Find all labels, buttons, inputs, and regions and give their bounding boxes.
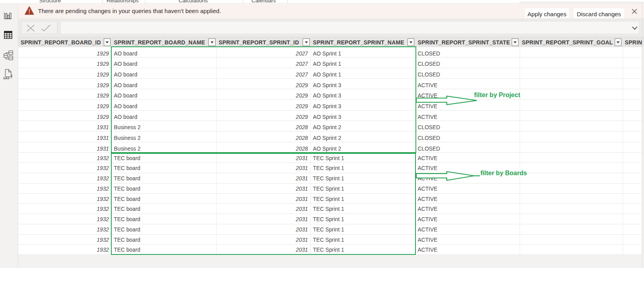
svg-text:DAX: DAX: [4, 76, 10, 80]
